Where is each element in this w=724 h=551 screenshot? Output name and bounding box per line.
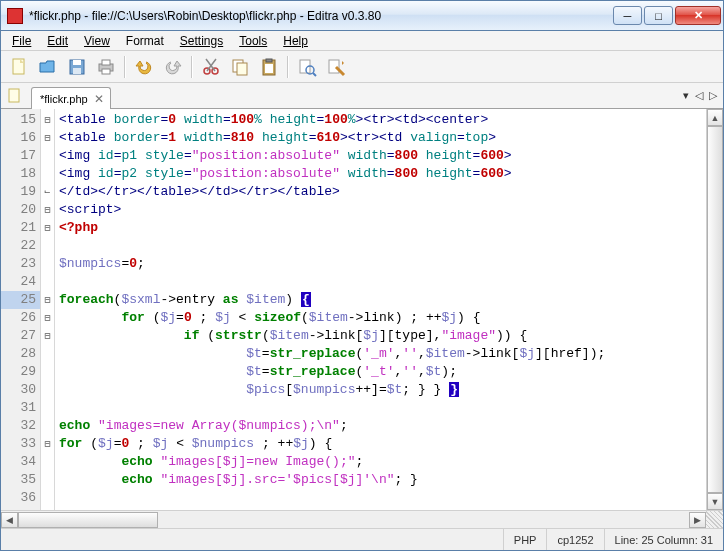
new-file-button[interactable] — [5, 54, 33, 80]
print-button[interactable] — [92, 54, 120, 80]
tab-menu-down-icon[interactable]: ▾ — [683, 89, 689, 102]
statusbar: PHP cp1252 Line: 25 Column: 31 — [1, 528, 723, 550]
menu-settings[interactable]: Settings — [173, 32, 230, 50]
find-button[interactable] — [293, 54, 321, 80]
tab-close-icon[interactable]: ✕ — [94, 92, 104, 106]
fold-gutter[interactable]: ⊟⊟⌙⊟⊟⊟⊟⊟⊟ — [41, 109, 55, 510]
scroll-left-arrow[interactable]: ◀ — [1, 512, 18, 528]
scroll-up-arrow[interactable]: ▲ — [707, 109, 723, 126]
find-replace-button[interactable] — [322, 54, 350, 80]
maximize-button[interactable]: □ — [644, 6, 673, 25]
horizontal-scrollbar[interactable]: ◀ ▶ — [1, 510, 723, 528]
tab-label: *flickr.php — [40, 93, 88, 105]
svg-rect-12 — [266, 59, 272, 62]
document-icon — [7, 88, 23, 104]
open-file-button[interactable] — [34, 54, 62, 80]
code-area[interactable]: <table border=0 width=100% height=100%><… — [55, 109, 706, 510]
menu-format[interactable]: Format — [119, 32, 171, 50]
menu-file[interactable]: File — [5, 32, 38, 50]
titlebar[interactable]: *flickr.php - file://C:\Users\Robin\Desk… — [1, 1, 723, 31]
cut-button[interactable] — [197, 54, 225, 80]
status-position: Line: 25 Column: 31 — [604, 529, 723, 550]
svg-rect-2 — [73, 60, 81, 65]
line-number-gutter[interactable]: 1516171819202122232425262728293031323334… — [1, 109, 41, 510]
app-window: *flickr.php - file://C:\Users\Robin\Desk… — [0, 0, 724, 551]
svg-rect-17 — [9, 89, 19, 102]
menu-edit[interactable]: Edit — [40, 32, 75, 50]
scroll-down-arrow[interactable]: ▼ — [707, 493, 723, 510]
menubar: File Edit View Format Settings Tools Hel… — [1, 31, 723, 51]
svg-rect-0 — [13, 59, 24, 74]
editor: 1516171819202122232425262728293031323334… — [1, 109, 723, 510]
svg-rect-10 — [237, 63, 247, 75]
hscroll-thumb[interactable] — [18, 512, 158, 528]
menu-help[interactable]: Help — [276, 32, 315, 50]
status-language: PHP — [503, 529, 547, 550]
svg-rect-5 — [102, 60, 110, 65]
menu-tools[interactable]: Tools — [232, 32, 274, 50]
menu-view[interactable]: View — [77, 32, 117, 50]
close-button[interactable]: ✕ — [675, 6, 721, 25]
paste-button[interactable] — [255, 54, 283, 80]
scroll-right-arrow[interactable]: ▶ — [689, 512, 706, 528]
svg-rect-6 — [102, 69, 110, 74]
status-encoding: cp1252 — [546, 529, 603, 550]
resize-grip[interactable] — [706, 511, 723, 529]
copy-button[interactable] — [226, 54, 254, 80]
undo-button[interactable] — [130, 54, 158, 80]
svg-rect-13 — [265, 64, 273, 73]
tab-nav-right-icon[interactable]: ▷ — [709, 89, 717, 102]
tabbar: *flickr.php ✕ ▾ ◁ ▷ — [1, 83, 723, 109]
vertical-scrollbar[interactable]: ▲ ▼ — [706, 109, 723, 510]
tab-flickr[interactable]: *flickr.php ✕ — [31, 87, 111, 109]
tab-nav-left-icon[interactable]: ◁ — [695, 89, 703, 102]
save-button[interactable] — [63, 54, 91, 80]
svg-rect-3 — [73, 68, 81, 74]
vscroll-thumb[interactable] — [707, 126, 723, 493]
toolbar — [1, 51, 723, 83]
app-icon — [7, 8, 23, 24]
window-title: *flickr.php - file://C:\Users\Robin\Desk… — [29, 9, 613, 23]
minimize-button[interactable]: ─ — [613, 6, 642, 25]
redo-button[interactable] — [159, 54, 187, 80]
